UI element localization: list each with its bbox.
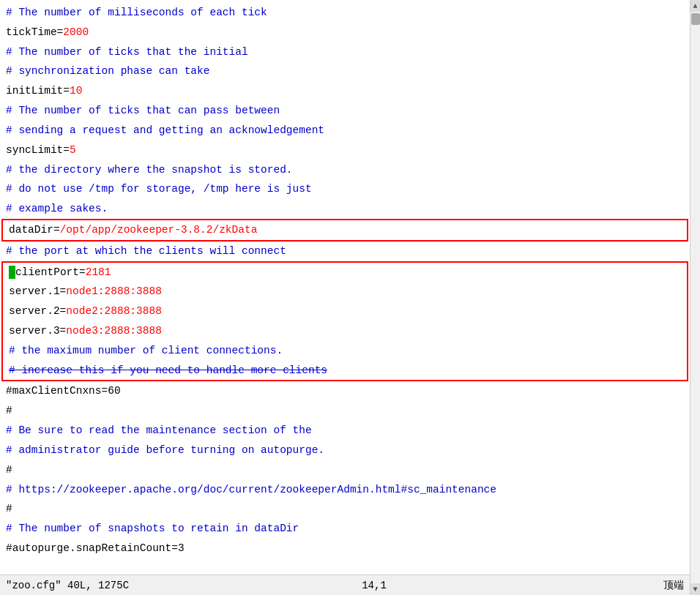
line-10: # do not use /tmp for storage, /tmp here… <box>0 179 690 199</box>
line-9: # the directory where the snapshot is st… <box>0 160 690 180</box>
line-15: server.1=node1:2888:3888 <box>3 282 687 302</box>
line-21-text: # <box>6 401 12 421</box>
line-19-text: # increase this if you need to handle mo… <box>9 361 327 381</box>
line-17-prefix: server.3= <box>9 321 66 341</box>
line-24-text: # <box>6 460 12 480</box>
line-12-prefix: dataDir= <box>9 220 60 240</box>
line-22: # Be sure to read the maintenance sectio… <box>0 421 690 441</box>
line-8-value: 5 <box>70 141 76 160</box>
line-4-text: # synchronization phase can take <box>6 61 209 81</box>
code-content: # The number of milliseconds of each tic… <box>0 0 690 575</box>
line-25-text: # https://zookeeper.apache.org/doc/curre… <box>6 480 496 500</box>
line-21: # <box>0 401 690 421</box>
scroll-up-button[interactable]: ▲ <box>690 0 701 12</box>
line-15-value: node1:2888:3888 <box>66 282 162 302</box>
line-16: server.2=node2:2888:3888 <box>3 302 687 321</box>
line-20: #maxClientCnxns=60 <box>0 381 690 401</box>
line-5-prefix: initLimit= <box>6 81 70 101</box>
line-7: # sending a request and getting an ackno… <box>0 121 690 141</box>
line-25: # https://zookeeper.apache.org/doc/curre… <box>0 480 690 500</box>
line-12-value: /opt/app/zookeeper-3.8.2/zkData <box>60 220 258 240</box>
line-12: dataDir=/opt/app/zookeeper-3.8.2/zkData <box>3 220 687 240</box>
line-27: # The number of snapshots to retain in d… <box>0 519 690 539</box>
line-17-value: node3:2888:3888 <box>66 321 162 341</box>
line-3: # The number of ticks that the initial <box>0 42 690 62</box>
line-27-text: # The number of snapshots to retain in d… <box>6 519 299 539</box>
line-11-text: # example sakes. <box>6 199 108 219</box>
editor-container: # The number of milliseconds of each tic… <box>0 0 690 595</box>
scrollbar[interactable]: ▲ ▼ <box>690 0 700 595</box>
line-13: # the port at which the clients will con… <box>0 242 690 261</box>
datadir-box: dataDir=/opt/app/zookeeper-3.8.2/zkData <box>1 219 688 242</box>
line-20-text: #maxClientCnxns=60 <box>6 381 121 401</box>
line-18-text: # the maximum number of client connectio… <box>9 341 283 361</box>
scroll-down-button[interactable]: ▼ <box>690 583 701 595</box>
status-scroll: 顶端 <box>663 579 684 592</box>
line-26: # <box>0 499 690 519</box>
line-6: # The number of ticks that can pass betw… <box>0 101 690 121</box>
line-2-prefix: tickTime= <box>6 23 63 42</box>
line-4: # synchronization phase can take <box>0 61 690 81</box>
line-5-value: 10 <box>70 81 82 101</box>
line-8: syncLimit=5 <box>0 141 690 160</box>
line-10-text: # do not use /tmp for storage, /tmp here… <box>6 179 312 199</box>
line-26-text: # <box>6 499 12 519</box>
line-5: initLimit=10 <box>0 81 690 101</box>
line-8-prefix: syncLimit= <box>6 141 70 160</box>
line-14: clientPort=2181 <box>3 263 687 282</box>
line-14-prefix: clientPort= <box>15 263 86 282</box>
line-15-prefix: server.1= <box>9 282 66 302</box>
line-28-text: #autopurge.snapRetainCount=3 <box>6 539 185 558</box>
line-7-text: # sending a request and getting an ackno… <box>6 121 324 141</box>
scroll-thumb[interactable] <box>691 13 700 25</box>
status-bar: "zoo.cfg" 40L, 1275C 14,1 顶端 <box>0 575 690 595</box>
line-23: # administrator guide before turning on … <box>0 441 690 460</box>
status-filename: "zoo.cfg" 40L, 1275C <box>6 580 129 591</box>
line-1: # The number of milliseconds of each tic… <box>0 3 690 23</box>
line-6-text: # The number of ticks that can pass betw… <box>6 101 280 121</box>
status-position: 14,1 <box>362 580 387 591</box>
line-22-text: # Be sure to read the maintenance sectio… <box>6 421 312 441</box>
line-18: # the maximum number of client connectio… <box>3 341 687 361</box>
clients-box: clientPort=2181 server.1=node1:2888:3888… <box>1 261 688 382</box>
line-2-value: 2000 <box>63 23 89 42</box>
line-2: tickTime=2000 <box>0 23 690 42</box>
line-23-text: # administrator guide before turning on … <box>6 441 324 460</box>
line-16-prefix: server.2= <box>9 302 66 321</box>
line-28: #autopurge.snapRetainCount=3 <box>0 539 690 558</box>
line-9-text: # the directory where the snapshot is st… <box>6 160 293 180</box>
line-11: # example sakes. <box>0 199 690 219</box>
line-17: server.3=node3:2888:3888 <box>3 321 687 341</box>
line-13-text: # the port at which the clients will con… <box>6 242 286 261</box>
line-3-text: # The number of ticks that the initial <box>6 42 248 62</box>
line-19: # increase this if you need to handle mo… <box>3 361 687 381</box>
line-1-text: # The number of milliseconds of each tic… <box>6 3 267 23</box>
cursor <box>9 266 15 279</box>
line-14-value: 2181 <box>86 263 111 282</box>
line-24: # <box>0 460 690 480</box>
line-16-value: node2:2888:3888 <box>66 302 162 321</box>
